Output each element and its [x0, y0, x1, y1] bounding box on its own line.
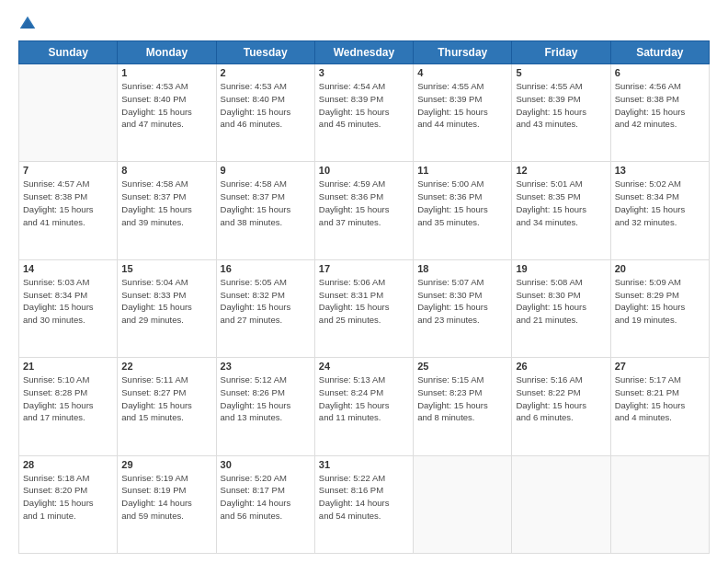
col-header-saturday: Saturday [610, 41, 709, 64]
day-info: Sunrise: 5:09 AMSunset: 8:29 PMDaylight:… [615, 276, 705, 327]
page: SundayMondayTuesdayWednesdayThursdayFrid… [0, 0, 728, 563]
day-info: Sunrise: 5:20 AMSunset: 8:17 PMDaylight:… [221, 472, 311, 523]
day-info: Sunrise: 5:06 AMSunset: 8:31 PMDaylight:… [319, 276, 409, 327]
day-cell: 15Sunrise: 5:04 AMSunset: 8:33 PMDayligh… [118, 259, 216, 357]
day-number: 19 [516, 263, 606, 274]
day-info: Sunrise: 4:53 AMSunset: 8:40 PMDaylight:… [121, 80, 211, 131]
day-cell: 16Sunrise: 5:05 AMSunset: 8:32 PMDayligh… [216, 259, 314, 357]
day-cell: 22Sunrise: 5:11 AMSunset: 8:27 PMDayligh… [118, 358, 216, 455]
day-number: 21 [23, 361, 113, 372]
day-cell: 7Sunrise: 4:57 AMSunset: 8:38 PMDaylight… [19, 162, 118, 259]
day-number: 2 [221, 67, 311, 78]
day-info: Sunrise: 5:05 AMSunset: 8:32 PMDaylight:… [221, 276, 311, 327]
day-info: Sunrise: 5:01 AMSunset: 8:35 PMDaylight:… [516, 178, 606, 228]
day-cell: 8Sunrise: 4:58 AMSunset: 8:37 PMDaylight… [118, 162, 216, 259]
day-number: 31 [319, 459, 409, 470]
calendar-table: SundayMondayTuesdayWednesdayThursdayFrid… [18, 40, 710, 554]
day-info: Sunrise: 5:10 AMSunset: 8:28 PMDaylight:… [23, 373, 113, 424]
day-number: 18 [417, 263, 507, 274]
day-info: Sunrise: 5:18 AMSunset: 8:20 PMDaylight:… [23, 472, 113, 523]
day-cell: 24Sunrise: 5:13 AMSunset: 8:24 PMDayligh… [314, 358, 413, 455]
day-number: 14 [23, 263, 113, 274]
day-info: Sunrise: 5:17 AMSunset: 8:21 PMDaylight:… [615, 373, 705, 424]
day-cell: 10Sunrise: 4:59 AMSunset: 8:36 PMDayligh… [314, 162, 413, 259]
day-cell: 21Sunrise: 5:10 AMSunset: 8:28 PMDayligh… [19, 358, 118, 455]
day-number: 15 [121, 263, 211, 274]
day-cell: 6Sunrise: 4:56 AMSunset: 8:38 PMDaylight… [610, 64, 709, 162]
day-info: Sunrise: 5:07 AMSunset: 8:30 PMDaylight:… [417, 276, 507, 327]
day-cell [610, 455, 709, 553]
day-cell: 5Sunrise: 4:55 AMSunset: 8:39 PMDaylight… [512, 64, 610, 162]
day-info: Sunrise: 4:58 AMSunset: 8:37 PMDaylight:… [121, 178, 211, 228]
day-info: Sunrise: 5:12 AMSunset: 8:26 PMDaylight:… [221, 373, 311, 424]
week-row-3: 14Sunrise: 5:03 AMSunset: 8:34 PMDayligh… [19, 259, 710, 357]
day-cell: 4Sunrise: 4:55 AMSunset: 8:39 PMDaylight… [414, 64, 512, 162]
day-cell: 1Sunrise: 4:53 AMSunset: 8:40 PMDaylight… [118, 64, 216, 162]
day-cell: 20Sunrise: 5:09 AMSunset: 8:29 PMDayligh… [610, 259, 709, 357]
week-row-4: 21Sunrise: 5:10 AMSunset: 8:28 PMDayligh… [19, 358, 710, 455]
day-cell: 26Sunrise: 5:16 AMSunset: 8:22 PMDayligh… [512, 358, 610, 455]
day-number: 16 [221, 263, 311, 274]
day-number: 23 [221, 361, 311, 372]
day-cell: 11Sunrise: 5:00 AMSunset: 8:36 PMDayligh… [414, 162, 512, 259]
day-info: Sunrise: 4:53 AMSunset: 8:40 PMDaylight:… [221, 80, 311, 131]
day-cell: 9Sunrise: 4:58 AMSunset: 8:37 PMDaylight… [216, 162, 314, 259]
day-cell: 17Sunrise: 5:06 AMSunset: 8:31 PMDayligh… [314, 259, 413, 357]
day-info: Sunrise: 5:11 AMSunset: 8:27 PMDaylight:… [121, 373, 211, 424]
day-cell: 2Sunrise: 4:53 AMSunset: 8:40 PMDaylight… [216, 64, 314, 162]
day-number: 11 [417, 165, 507, 176]
day-cell: 25Sunrise: 5:15 AMSunset: 8:23 PMDayligh… [414, 358, 512, 455]
col-header-sunday: Sunday [19, 41, 118, 64]
day-info: Sunrise: 5:04 AMSunset: 8:33 PMDaylight:… [121, 276, 211, 327]
day-cell [414, 455, 512, 553]
day-number: 22 [121, 361, 211, 372]
day-number: 28 [23, 459, 113, 470]
day-info: Sunrise: 5:22 AMSunset: 8:16 PMDaylight:… [319, 472, 409, 523]
col-header-monday: Monday [118, 41, 216, 64]
day-cell: 28Sunrise: 5:18 AMSunset: 8:20 PMDayligh… [19, 455, 118, 553]
day-info: Sunrise: 4:55 AMSunset: 8:39 PMDaylight:… [417, 80, 507, 131]
day-cell: 3Sunrise: 4:54 AMSunset: 8:39 PMDaylight… [314, 64, 413, 162]
day-number: 10 [319, 165, 409, 176]
week-row-1: 1Sunrise: 4:53 AMSunset: 8:40 PMDaylight… [19, 64, 710, 162]
day-cell: 19Sunrise: 5:08 AMSunset: 8:30 PMDayligh… [512, 259, 610, 357]
day-cell [19, 64, 118, 162]
day-info: Sunrise: 5:15 AMSunset: 8:23 PMDaylight:… [417, 373, 507, 424]
day-number: 9 [221, 165, 311, 176]
day-cell: 30Sunrise: 5:20 AMSunset: 8:17 PMDayligh… [216, 455, 314, 553]
day-number: 1 [121, 67, 211, 78]
day-info: Sunrise: 5:16 AMSunset: 8:22 PMDaylight:… [516, 373, 606, 424]
day-number: 12 [516, 165, 606, 176]
week-row-5: 28Sunrise: 5:18 AMSunset: 8:20 PMDayligh… [19, 455, 710, 553]
col-header-tuesday: Tuesday [216, 41, 314, 64]
day-info: Sunrise: 5:19 AMSunset: 8:19 PMDaylight:… [121, 472, 211, 523]
day-number: 4 [417, 67, 507, 78]
day-number: 3 [319, 67, 409, 78]
col-header-wednesday: Wednesday [314, 41, 413, 64]
day-cell [512, 455, 610, 553]
day-number: 24 [319, 361, 409, 372]
day-cell: 14Sunrise: 5:03 AMSunset: 8:34 PMDayligh… [19, 259, 118, 357]
day-number: 17 [319, 263, 409, 274]
day-number: 27 [615, 361, 705, 372]
day-cell: 18Sunrise: 5:07 AMSunset: 8:30 PMDayligh… [414, 259, 512, 357]
day-cell: 29Sunrise: 5:19 AMSunset: 8:19 PMDayligh… [118, 455, 216, 553]
day-number: 25 [417, 361, 507, 372]
day-number: 13 [615, 165, 705, 176]
day-number: 6 [615, 67, 705, 78]
day-info: Sunrise: 5:13 AMSunset: 8:24 PMDaylight:… [319, 373, 409, 424]
day-info: Sunrise: 4:54 AMSunset: 8:39 PMDaylight:… [319, 80, 409, 131]
day-info: Sunrise: 5:00 AMSunset: 8:36 PMDaylight:… [417, 178, 507, 228]
logo-icon [18, 15, 37, 33]
col-header-friday: Friday [512, 41, 610, 64]
day-number: 29 [121, 459, 211, 470]
day-info: Sunrise: 5:02 AMSunset: 8:34 PMDaylight:… [615, 178, 705, 228]
col-header-thursday: Thursday [414, 41, 512, 64]
day-info: Sunrise: 4:55 AMSunset: 8:39 PMDaylight:… [516, 80, 606, 131]
day-info: Sunrise: 5:03 AMSunset: 8:34 PMDaylight:… [23, 276, 113, 327]
day-cell: 12Sunrise: 5:01 AMSunset: 8:35 PMDayligh… [512, 162, 610, 259]
logo [18, 15, 40, 33]
day-number: 26 [516, 361, 606, 372]
day-info: Sunrise: 5:08 AMSunset: 8:30 PMDaylight:… [516, 276, 606, 327]
day-number: 8 [121, 165, 211, 176]
